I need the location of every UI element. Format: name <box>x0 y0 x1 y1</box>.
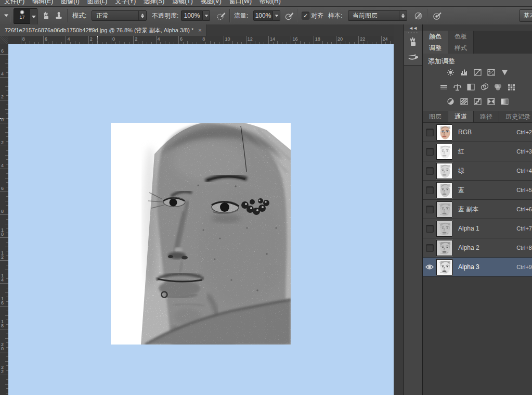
menu-item[interactable]: 编辑(E) <box>32 0 53 6</box>
ignore-adjustment-layers-icon[interactable] <box>412 10 424 21</box>
visibility-toggle[interactable] <box>423 225 436 233</box>
tool-preset-picker-arrow[interactable] <box>4 15 8 17</box>
channel-row[interactable]: 蓝 Ctrl+5 <box>423 181 532 200</box>
cursor-position-indicator <box>97 36 98 44</box>
airbrush-toggle-icon[interactable] <box>283 10 295 21</box>
document-tab[interactable]: 726f1e2157c6876a06db1750b42ff9d.jpg @ 76… <box>0 24 207 36</box>
flow-value-box[interactable]: 100% <box>253 10 273 21</box>
clone-stamp-tool-icon[interactable] <box>53 10 64 21</box>
posterize-adjustment-icon[interactable] <box>459 97 470 106</box>
menu-item[interactable]: 文件(F) <box>4 0 24 6</box>
channel-row[interactable]: Alpha 2 Ctrl+8 <box>423 238 532 258</box>
channels-list: RGB Ctrl+2 红 Ctrl+3 绿 Ctrl+4 蓝 Ctrl+5 蓝 … <box>423 123 532 277</box>
channel-row[interactable]: 蓝 副本 Ctrl+6 <box>423 200 532 219</box>
visibility-toggle-box[interactable] <box>426 186 434 194</box>
ruler-left[interactable]: 6420246810121416182022 <box>0 44 9 395</box>
hue-saturation-adjustment-icon[interactable] <box>438 82 449 91</box>
gradient-map-adjustment-icon[interactable] <box>486 97 497 106</box>
vibrance-adjustment-icon[interactable] <box>499 68 510 77</box>
panel-tab-调整[interactable]: 调整 <box>423 42 448 54</box>
ruler-label: 8 <box>22 36 25 42</box>
channel-row[interactable]: Alpha 3 Ctrl+9 <box>423 258 532 277</box>
visibility-toggle[interactable] <box>423 186 436 194</box>
visibility-toggle[interactable] <box>423 148 436 156</box>
panel-tab-样式[interactable]: 样式 <box>448 42 474 54</box>
visibility-toggle-box[interactable] <box>426 225 434 233</box>
flow-label: 流量: <box>234 11 248 20</box>
visibility-eye-icon[interactable] <box>423 264 436 270</box>
menu-item[interactable]: 窗口(W) <box>229 0 252 6</box>
visibility-toggle-box[interactable] <box>426 167 434 175</box>
ruler-major-tick <box>224 36 224 44</box>
menu-item[interactable]: 图层(L) <box>87 0 108 6</box>
panel-tab-色板[interactable]: 色板 <box>448 31 474 42</box>
ruler-major-tick <box>246 36 246 44</box>
menu-item[interactable]: 滤镜(T) <box>172 0 192 6</box>
selective-color-adjustment-icon[interactable] <box>499 97 510 106</box>
clone-source-panel-icon[interactable] <box>404 50 422 63</box>
ruler-major-tick <box>133 36 134 44</box>
invert-adjustment-icon[interactable] <box>445 97 456 106</box>
mode-dropdown[interactable]: 正常 <box>92 10 147 21</box>
channel-thumbnail <box>436 259 452 275</box>
visibility-toggle-box[interactable] <box>426 129 434 136</box>
channel-row[interactable]: Alpha 1 Ctrl+7 <box>423 219 532 238</box>
menu-item[interactable]: 视图(V) <box>201 0 222 6</box>
size-pressure-icon[interactable] <box>431 10 443 21</box>
menu-item[interactable]: 图像(I) <box>61 0 79 6</box>
panel-tab-颜色[interactable]: 颜色 <box>423 31 448 42</box>
ruler-top[interactable]: 8642024681012141618202224 <box>8 36 394 45</box>
black-white-adjustment-icon[interactable] <box>465 82 476 91</box>
color-lookup-adjustment-icon[interactable] <box>506 82 517 91</box>
exposure-adjustment-icon[interactable] <box>486 68 497 77</box>
brush-panel-icon[interactable] <box>404 35 422 48</box>
threshold-adjustment-icon[interactable] <box>472 97 483 106</box>
menu-item[interactable]: 选择(S) <box>144 0 164 6</box>
opacity-value-box[interactable]: 100% <box>181 10 203 21</box>
visibility-toggle-box[interactable] <box>426 244 434 252</box>
panel-tab-通道[interactable]: 通道 <box>448 111 474 122</box>
canvas[interactable] <box>8 44 394 395</box>
flow-dropdown-arrow[interactable] <box>273 10 280 21</box>
ruler-origin-box[interactable] <box>0 36 9 45</box>
menu-item[interactable]: 帮助(H) <box>259 0 281 6</box>
brush-preset-dropdown-arrow[interactable] <box>30 8 37 25</box>
visibility-toggle[interactable] <box>423 244 436 252</box>
opacity-dropdown-arrow[interactable] <box>203 10 210 21</box>
visibility-toggle[interactable] <box>423 129 436 136</box>
menu-item[interactable]: 文字(Y) <box>115 0 136 6</box>
curves-adjustment-icon[interactable] <box>472 68 483 77</box>
dock-grip-dots[interactable] <box>407 32 419 33</box>
panel-tab-路径[interactable]: 路径 <box>474 111 499 122</box>
align-checkbox[interactable]: ✓ <box>302 12 309 20</box>
channel-row[interactable]: 绿 Ctrl+4 <box>423 161 532 181</box>
brightness-contrast-adjustment-icon[interactable] <box>445 68 456 77</box>
toggle-brush-panel-icon[interactable] <box>41 10 52 21</box>
ruler-label: 10 <box>1 228 4 236</box>
color-swatches-tab-row: 颜色色板 <box>423 31 532 43</box>
levels-adjustment-icon[interactable] <box>459 68 470 77</box>
visibility-toggle[interactable] <box>423 206 436 213</box>
visibility-toggle[interactable] <box>423 167 436 175</box>
channel-row[interactable]: RGB Ctrl+2 <box>423 123 532 142</box>
workspace-switcher-button[interactable]: 基本功能 <box>519 9 532 22</box>
document-title: 726f1e2157c6876a06db1750b42ff9d.jpg @ 76… <box>5 27 193 34</box>
brush-preset-picker[interactable]: 17 <box>14 8 31 24</box>
visibility-toggle-box[interactable] <box>426 206 434 213</box>
opacity-pressure-icon[interactable] <box>215 10 227 21</box>
ruler-label: 20 <box>338 36 343 42</box>
channel-mixer-adjustment-icon[interactable] <box>492 82 503 91</box>
color-balance-adjustment-icon[interactable] <box>452 82 463 91</box>
visibility-toggle-box[interactable] <box>426 148 434 156</box>
panel-tab-历史记录[interactable]: 历史记录 <box>499 111 532 122</box>
document-tab-strip: 726f1e2157c6876a06db1750b42ff9d.jpg @ 76… <box>0 24 394 36</box>
ruler-major-tick <box>0 77 8 78</box>
channel-row[interactable]: 红 Ctrl+3 <box>423 142 532 161</box>
panel-tab-图层[interactable]: 图层 <box>423 111 448 122</box>
adjustment-icons-row <box>423 97 532 106</box>
expand-panels-icon[interactable]: ◄◄ <box>404 26 422 31</box>
ruler-major-tick <box>0 54 8 55</box>
photo-filter-adjustment-icon[interactable] <box>479 82 490 91</box>
close-tab-icon[interactable]: × <box>198 27 201 33</box>
sample-dropdown[interactable]: 当前图层 <box>348 10 407 21</box>
